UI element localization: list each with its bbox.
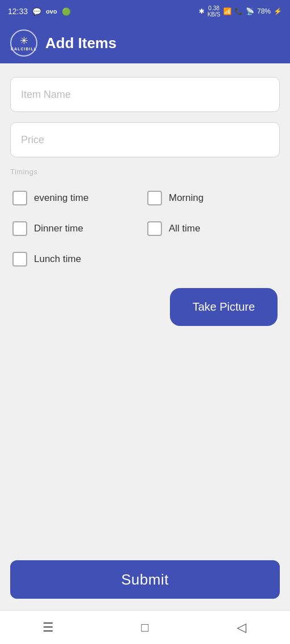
checkbox-alltime[interactable] [147, 221, 162, 236]
logo-text: CALCIBILL [11, 47, 37, 51]
checkbox-label-morning: Morning [169, 192, 203, 204]
checkbox-item-evening[interactable]: evening time [10, 183, 145, 213]
checkbox-evening[interactable] [12, 191, 27, 205]
wifi-icon: 📶 [223, 7, 232, 15]
data-speed: 0.38 KB/S [207, 5, 220, 18]
checkbox-label-dinner: Dinner time [34, 223, 83, 234]
item-name-input[interactable] [10, 77, 280, 112]
truecaller-icon: 🟢 [62, 7, 71, 16]
charging-icon: ⚡ [274, 7, 282, 15]
checkbox-dinner[interactable] [12, 221, 27, 236]
signal-icon: 📡 [246, 7, 254, 15]
logo-star-icon: ✳ [20, 36, 28, 46]
checkbox-label-alltime: All time [169, 223, 201, 234]
home-icon[interactable]: □ [133, 615, 157, 640]
menu-icon[interactable]: ☰ [36, 615, 61, 640]
checkbox-item-morning[interactable]: Morning [145, 183, 280, 213]
whatsapp-icon: 💬 [32, 7, 41, 16]
bluetooth-icon: ✱ [199, 7, 204, 15]
battery: 78% [257, 7, 271, 15]
checkbox-label-evening: evening time [34, 192, 88, 204]
app-logo: ✳ CALCIBILL [10, 29, 37, 57]
picture-area: Take Picture [10, 288, 280, 326]
price-input[interactable] [10, 122, 280, 157]
submit-area: Submit [10, 550, 280, 610]
checkbox-lunch[interactable] [12, 252, 27, 267]
page-title: Add Items [45, 35, 117, 52]
timings-checkboxes: evening time Morning Dinner time All tim… [10, 183, 280, 274]
bottom-navigation: ☰ □ ◁ [0, 610, 290, 644]
back-icon[interactable]: ◁ [229, 615, 254, 640]
call-icon: 📞 [234, 7, 243, 15]
checkbox-item-alltime[interactable]: All time [145, 213, 280, 244]
app-header: ✳ CALCIBILL Add Items [0, 23, 290, 63]
main-content: Timings evening time Morning Dinner time… [0, 63, 290, 610]
status-bar: 12:33 💬 ovo 🟢 ✱ 0.38 KB/S 📶 📞 📡 78% ⚡ [0, 0, 290, 23]
submit-button[interactable]: Submit [10, 560, 280, 599]
ovo-icon: ovo [46, 8, 57, 15]
checkbox-item-lunch[interactable]: Lunch time [10, 244, 145, 274]
checkbox-morning[interactable] [147, 191, 162, 205]
take-picture-button[interactable]: Take Picture [170, 288, 278, 326]
status-time: 12:33 [8, 7, 28, 16]
timings-section-label: Timings [10, 168, 280, 176]
checkbox-label-lunch: Lunch time [34, 254, 81, 265]
checkbox-item-dinner[interactable]: Dinner time [10, 213, 145, 244]
